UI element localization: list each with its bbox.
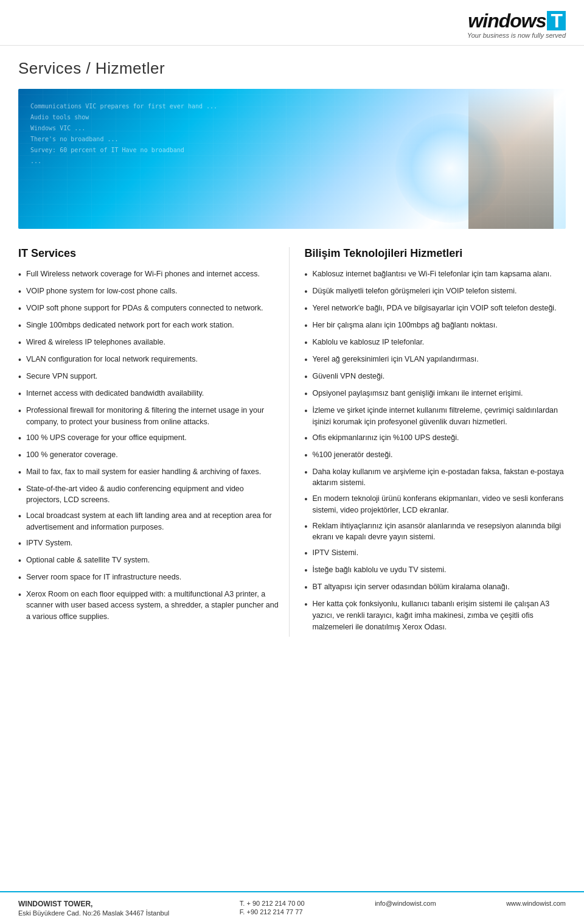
list-item: Her bir çalışma alanı için 100mbps ağ ba… — [305, 320, 566, 332]
footer: WINDOWIST TOWER, Eski Büyükdere Cad. No:… — [0, 891, 584, 924]
page-title: Services / Hizmetler — [18, 59, 566, 78]
list-item: IPTV System. — [18, 537, 280, 550]
list-item: En modern teknoloji ürünü konferans ekip… — [305, 493, 566, 516]
list-item: Xerox Room on each floor equipped with: … — [18, 589, 280, 623]
footer-phone-col: T. + 90 212 214 70 00 F. +90 212 214 77 … — [240, 900, 305, 915]
list-item: 100 % UPS coverage for your office equip… — [18, 432, 280, 445]
list-item: 100 % generator coverage. — [18, 449, 280, 462]
footer-email: info@windowist.com — [375, 900, 436, 907]
it-services-heading: IT Services — [18, 247, 280, 260]
list-item: Full Wireless network coverage for Wi-Fi… — [18, 268, 280, 281]
logo-text: windowsT — [468, 11, 566, 30]
list-item: VOIP soft phone support for PDAs & compu… — [18, 303, 280, 315]
logo-area: windowsT Your business is now fully serv… — [467, 11, 566, 39]
list-item: Server room space for IT infrastructure … — [18, 572, 280, 584]
footer-website-col: www.windowist.com — [506, 900, 566, 907]
logo-word: windows — [468, 10, 546, 32]
list-item: State-of-the-art video & audio conferenc… — [18, 483, 280, 506]
list-item: Her katta çok fonksiyonlu, kullanıcı tab… — [305, 598, 566, 632]
bilisim-services-heading: Bilişim Teknolojileri Hizmetleri — [305, 247, 566, 260]
list-item: Optional cable & satellite TV system. — [18, 555, 280, 567]
hero-glow — [395, 113, 505, 223]
list-item: Reklam ihtiyaçlarınız için asansör alanl… — [305, 520, 566, 544]
list-item: Mail to fax, fax to mail system for easi… — [18, 466, 280, 479]
list-item: Güvenli VPN desteği. — [305, 371, 566, 383]
list-item: IPTV Sistemi. — [305, 547, 566, 560]
list-item: Düşük maliyetli telefon görüşmeleri için… — [305, 285, 566, 298]
list-item: Secure VPN support. — [18, 371, 280, 383]
list-item: Daha kolay kullanım ve arşivleme için e-… — [305, 466, 566, 489]
bilisim-services-list: Kablosuz internet bağlantısı ve Wi-Fi te… — [305, 268, 566, 632]
list-item: Kablolu ve kablosuz IP telefonlar. — [305, 337, 566, 349]
hero-person — [468, 89, 554, 229]
list-item: Yerel network'e bağlı, PDA ve bilgisayar… — [305, 303, 566, 315]
list-item: Yerel ağ gereksinimleri için VLAN yapıla… — [305, 354, 566, 366]
logo-t-letter: T — [547, 11, 566, 30]
hero-overlay-text: Communications VIC prepares for first ev… — [30, 101, 217, 167]
list-item: Wired & wireless IP telephones available… — [18, 337, 280, 349]
list-item: Kablosuz internet bağlantısı ve Wi-Fi te… — [305, 268, 566, 281]
it-services-list: Full Wireless network coverage for Wi-Fi… — [18, 268, 280, 623]
list-item: İsteğe bağlı kablolu ve uydu TV sistemi. — [305, 564, 566, 577]
footer-phone-t: T. + 90 212 214 70 00 — [240, 900, 305, 907]
footer-company: WINDOWIST TOWER, — [18, 900, 169, 908]
list-item: Local broadcast system at each lift land… — [18, 510, 280, 533]
footer-phone-f: F. +90 212 214 77 77 — [240, 908, 305, 915]
footer-address: Eski Büyükdere Cad. No:26 Maslak 34467 İ… — [18, 909, 169, 917]
list-item: VOIP phone system for low-cost phone cal… — [18, 285, 280, 298]
list-item: VLAN configuration for local network req… — [18, 354, 280, 366]
list-item: %100 jeneratör desteği. — [305, 449, 566, 462]
list-item: Professional firewall for monitoring & f… — [18, 405, 280, 428]
content-area: IT Services Full Wireless network covera… — [0, 247, 584, 661]
list-item: BT altyapısı için server odasından bölüm… — [305, 581, 566, 594]
footer-email-col: info@windowist.com — [375, 900, 436, 907]
col-right: Bilişim Teknolojileri Hizmetleri Kablosu… — [302, 247, 566, 637]
page-title-area: Services / Hizmetler — [0, 46, 584, 89]
list-item: Single 100mbps dedicated network port fo… — [18, 320, 280, 332]
footer-website: www.windowist.com — [506, 900, 566, 907]
hero-image: Communications VIC prepares for first ev… — [18, 89, 566, 229]
header: windowsT Your business is now fully serv… — [0, 0, 584, 46]
logo-tagline: Your business is now fully served — [467, 32, 566, 39]
list-item: Opsiyonel paylaşımsız bant genişliği imk… — [305, 388, 566, 401]
list-item: İzleme ve şirket içinde internet kullanı… — [305, 405, 566, 428]
footer-address-col: WINDOWIST TOWER, Eski Büyükdere Cad. No:… — [18, 900, 169, 917]
col-left: IT Services Full Wireless network covera… — [18, 247, 290, 637]
list-item: Ofis ekipmanlarınız için %100 UPS desteğ… — [305, 432, 566, 445]
list-item: Internet access with dedicated bandwidth… — [18, 388, 280, 401]
